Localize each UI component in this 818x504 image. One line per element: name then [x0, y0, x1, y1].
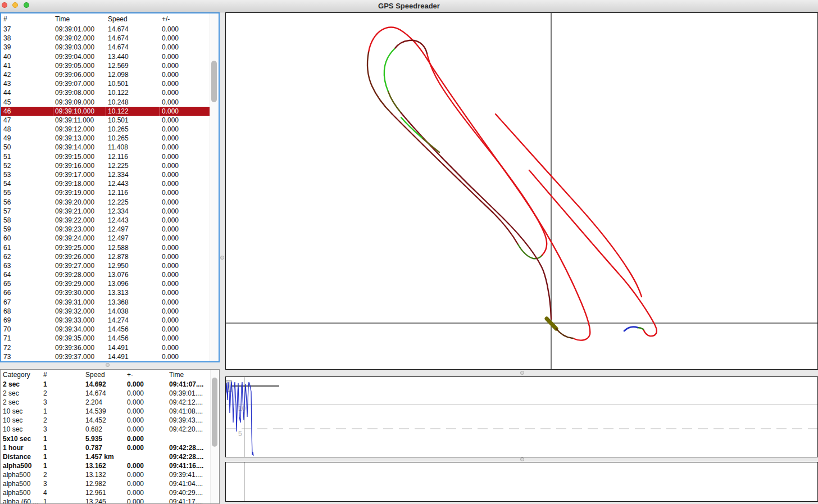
points-table-header: # Time Speed +/-: [1, 13, 211, 25]
table-row[interactable]: 10 sec 3 0.682 0.000 09:42:20....: [1, 425, 210, 434]
column-header-time[interactable]: Time: [167, 370, 210, 380]
table-row[interactable]: alpha500 1 13.162 0.000 09:41:16....: [1, 461, 210, 470]
column-header-plusminus[interactable]: +-: [125, 370, 167, 380]
track-segment-decel: [367, 52, 392, 114]
track-segment-slow-green: [384, 49, 394, 92]
window-title: GPS Speedreader: [0, 0, 818, 12]
table-row[interactable]: 71 09:39:35.000 14.456 0.000: [1, 334, 211, 343]
column-header-speed[interactable]: Speed: [83, 370, 125, 380]
column-header-num[interactable]: #: [1, 13, 53, 25]
table-row[interactable]: 64 09:39:28.000 13.076 0.000: [1, 270, 211, 279]
table-row[interactable]: 53 09:39:17.000 12.334 0.000: [1, 170, 211, 179]
table-row[interactable]: 61 09:39:25.000 12.588 0.000: [1, 243, 211, 252]
table-row[interactable]: 66 09:39:30.000 13.313 0.000: [1, 288, 211, 297]
track-segment-slow-green: [638, 328, 643, 329]
splitter-handle-graph-bottom[interactable]: [520, 457, 524, 461]
table-row[interactable]: 48 09:39:12.000 10.265 0.000: [1, 125, 211, 134]
points-scrollbar-thumb[interactable]: [211, 61, 217, 102]
table-row[interactable]: alpha500 4 12.961 0.000 09:40:29....: [1, 488, 210, 497]
y-tick-5: 5: [238, 430, 242, 438]
speed-graph[interactable]: 10 5: [225, 376, 818, 457]
minimize-button[interactable]: [12, 2, 18, 8]
track-segment-accel: [422, 138, 439, 152]
table-row[interactable]: alpha (60 ... 1 13.245 0.000 09:41:17...…: [1, 497, 210, 503]
table-row[interactable]: 50 09:39:14.000 11.408 0.000: [1, 143, 211, 152]
table-row[interactable]: 40 09:39:04.000 13.440 0.000: [1, 52, 211, 61]
results-scrollbar-thumb[interactable]: [212, 378, 217, 447]
table-row[interactable]: 68 09:39:32.000 14.038 0.000: [1, 307, 211, 316]
table-row[interactable]: 37 09:39:01.000 14.674 0.000: [1, 25, 211, 34]
column-header-plusminus[interactable]: +/-: [160, 13, 211, 25]
splitter-handle-horizontal-left[interactable]: [106, 363, 110, 367]
table-row[interactable]: 47 09:39:11.000 10.501 0.000: [1, 116, 211, 125]
table-row[interactable]: 69 09:39:33.000 14.274 0.000: [1, 316, 211, 325]
secondary-graph-panel[interactable]: [225, 462, 818, 502]
speed-graph-canvas: 10 5: [226, 377, 817, 457]
table-row[interactable]: 63 09:39:27.000 12.950 0.000: [1, 261, 211, 270]
table-row[interactable]: 42 09:39:06.000 12.098 0.000: [1, 70, 211, 79]
table-row[interactable]: 60 09:39:24.000 12.497 0.000: [1, 234, 211, 243]
column-header-rank[interactable]: #: [41, 370, 83, 380]
title-bar: GPS Speedreader: [0, 0, 818, 12]
track-segment-accel: [388, 92, 401, 113]
gps-track-canvas: [226, 13, 817, 369]
table-row[interactable]: 10 sec 1 14.539 0.000 09:41:08....: [1, 407, 210, 416]
points-scrollbar-track[interactable]: [210, 13, 219, 361]
table-row[interactable]: 2 sec 3 2.204 0.000 09:42:12....: [1, 398, 210, 407]
gps-speedreader-window: { "window": { "title": "GPS Speedreader"…: [0, 0, 818, 504]
table-row[interactable]: 39 09:39:03.000 14.674 0.000: [1, 43, 211, 52]
column-header-time[interactable]: Time: [53, 13, 106, 25]
table-row[interactable]: alpha500 3 12.982 0.000 09:41:04....: [1, 479, 210, 488]
splitter-handle-vertical[interactable]: [220, 256, 224, 260]
table-row[interactable]: 2 sec 1 14.692 0.000 09:41:07....: [1, 380, 210, 389]
table-row[interactable]: 1 hour 1 0.787 0.000 09:42:28....: [1, 443, 210, 452]
results-table: Category # Speed +- Time 2 sec 1 14.692 …: [0, 369, 220, 504]
track-segment-right-loop: [529, 170, 657, 336]
table-row[interactable]: 62 09:39:26.000 12.878 0.000: [1, 252, 211, 261]
table-row[interactable]: 73 09:39:37.000 14.491 0.000: [1, 352, 211, 361]
table-row[interactable]: 43 09:39:07.000 10.501 0.000: [1, 79, 211, 88]
table-row[interactable]: 52 09:39:16.000 12.225 0.000: [1, 161, 211, 170]
table-row[interactable]: 58 09:39:22.000 12.443 0.000: [1, 216, 211, 225]
table-row[interactable]: 65 09:39:29.000 13.096 0.000: [1, 279, 211, 288]
table-row[interactable]: 38 09:39:02.000 14.674 0.000: [1, 34, 211, 43]
track-segment-medium: [401, 113, 551, 319]
table-row[interactable]: 67 09:39:31.000 13.368 0.000: [1, 298, 211, 307]
table-row[interactable]: 72 09:39:36.000 14.491 0.000: [1, 343, 211, 352]
table-row[interactable]: 54 09:39:18.000 12.443 0.000: [1, 179, 211, 188]
track-segment-slow-turn: [556, 329, 573, 338]
track-segment-end-blue: [624, 327, 638, 331]
table-row[interactable]: 44 09:39:08.000 10.122 0.000: [1, 88, 211, 97]
track-segment-fast: [400, 30, 590, 340]
track-segment-slow-green: [401, 117, 422, 138]
table-row[interactable]: 70 09:39:34.000 14.456 0.000: [1, 325, 211, 334]
table-row[interactable]: 55 09:39:19.000 12.116 0.000: [1, 188, 211, 197]
table-row[interactable]: 45 09:39:09.000 10.248 0.000: [1, 98, 211, 107]
column-header-speed[interactable]: Speed: [106, 13, 160, 25]
table-row[interactable]: Distance 1 1.457 km 09:42:28....: [1, 452, 210, 461]
table-row[interactable]: 59 09:39:23.000 12.497 0.000: [1, 225, 211, 234]
table-row[interactable]: 51 09:39:15.000 12.116 0.000: [1, 152, 211, 161]
splitter-handle-plot-graph[interactable]: [520, 371, 524, 375]
table-row[interactable]: alpha500 2 13.132 0.000 09:39:41....: [1, 470, 210, 479]
results-table-header: Category # Speed +- Time: [1, 370, 210, 380]
zoom-button[interactable]: [24, 2, 29, 8]
track-segment-medium: [392, 114, 518, 244]
table-row[interactable]: 41 09:39:05.000 12.569 0.000: [1, 61, 211, 70]
table-row[interactable]: 10 sec 2 14.452 0.000 09:39:43....: [1, 416, 210, 425]
close-button[interactable]: [2, 2, 7, 8]
track-segment-fast: [496, 114, 642, 297]
table-row[interactable]: 5x10 sec 1 5.935 0.000: [1, 434, 210, 443]
table-row[interactable]: 46 09:39:10.000 10.122 0.000: [1, 107, 211, 116]
column-header-category[interactable]: Category: [1, 370, 41, 380]
gps-track-plot[interactable]: [225, 12, 818, 370]
points-table-rows: 37 09:39:01.000 14.674 0.000 38 09:39:02…: [1, 25, 211, 361]
track-segment-fast: [427, 53, 547, 255]
table-row[interactable]: 2 sec 2 14.674 0.000 09:39:01....: [1, 389, 210, 398]
secondary-graph-canvas: [226, 462, 817, 501]
results-scrollbar-track[interactable]: [210, 370, 219, 503]
track-points-table: # Time Speed +/- 37 09:39:01.000 14.674 …: [0, 12, 220, 362]
table-row[interactable]: 56 09:39:20.000 12.225 0.000: [1, 198, 211, 207]
table-row[interactable]: 49 09:39:13.000 10.265 0.000: [1, 134, 211, 143]
table-row[interactable]: 57 09:39:21.000 12.334 0.000: [1, 207, 211, 216]
